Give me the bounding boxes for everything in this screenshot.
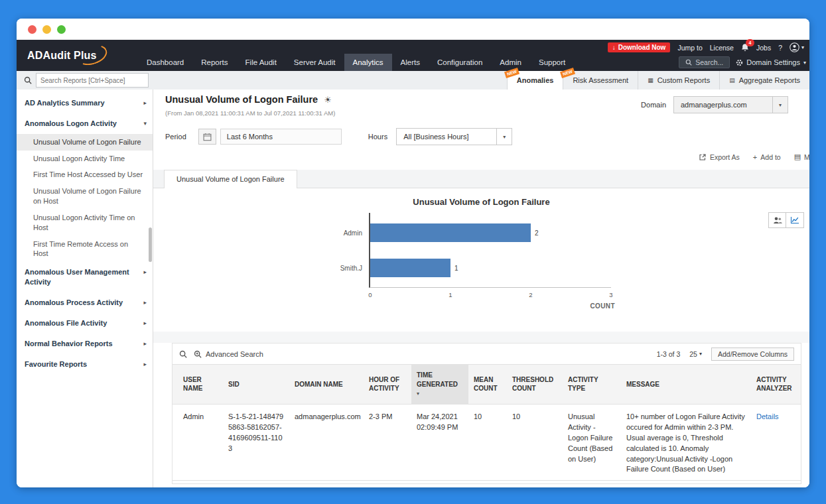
sidebar-item-unusual-logon-activity-time[interactable]: Unusual Logon Activity Time [17, 151, 153, 167]
notifications-button[interactable]: 4 [741, 43, 749, 52]
sidebar-item-normal-behavior-reports[interactable]: Normal Behavior Reports ▸ [17, 334, 153, 354]
nav-server-audit[interactable]: Server Audit [285, 54, 344, 71]
report-tab[interactable]: Unusual Volume of Logon Failure [164, 170, 297, 189]
domain-settings-button[interactable]: Domain Settings ▾ [736, 58, 806, 66]
nav-dashboard[interactable]: Dashboard [138, 54, 192, 71]
bar-row: Admin 2 [370, 223, 611, 242]
bar-admin [370, 223, 531, 242]
app-window: ADAudit Plus ↓ Download Now Jump to Lice… [17, 19, 809, 487]
sidebar-item-first-time-remote-access-on-host[interactable]: First Time Remote Access on Host [17, 236, 153, 263]
main-content: Unusual Volume of Logon Failure ☀ (From … [153, 90, 809, 487]
sidebar-item-anomalous-user-management-activity[interactable]: Anomalous User Management Activity ▸ [17, 262, 153, 292]
nav-analytics[interactable]: Analytics [344, 54, 392, 71]
column-header-hour-of-activity[interactable]: HOUR OF ACTIVITY [364, 365, 411, 405]
chart-view-users-button[interactable] [768, 212, 786, 228]
chart-view-trend-button[interactable] [786, 212, 804, 228]
notification-badge: 4 [746, 39, 754, 46]
sidebar-item-first-time-host-accessed-by-user[interactable]: First Time Host Accessed by User [17, 166, 153, 183]
plus-icon: + [753, 153, 757, 161]
column-header-domain-name[interactable]: DOMAIN NAME [289, 365, 364, 405]
feature-tabs: NEW Anomalies NEW Risk Assessment ▦ Cust… [507, 71, 809, 90]
x-axis-tick: 3 [609, 291, 612, 298]
search-icon [24, 76, 32, 84]
calendar-button[interactable] [198, 129, 216, 145]
more-button[interactable]: ▤ More [794, 153, 809, 161]
hours-select[interactable]: All [Business Hours] ▾ [396, 128, 512, 145]
cell-hour-of-activity: 2-3 PM [364, 404, 411, 481]
add-remove-columns-button[interactable]: Add/Remove Columns [711, 347, 794, 361]
search-icon [685, 59, 692, 66]
nav-configuration[interactable]: Configuration [429, 54, 491, 71]
filter-row: Period Hours All [Business Hours] ▾ [165, 128, 512, 145]
jump-to-link[interactable]: Jump to [677, 44, 702, 52]
logo-swoosh-decoration [74, 42, 109, 69]
column-header-mean-count[interactable]: MEAN COUNT [468, 365, 507, 405]
sidebar-item-ad-analytics-summary[interactable]: AD Analytics Summary ▸ [17, 93, 153, 113]
tab-aggregate-reports[interactable]: ▤ Aggregate Reports [719, 71, 809, 90]
sidebar-item-unusual-logon-activity-time-on-host[interactable]: Unusual Logon Activity Time on Host [17, 210, 153, 236]
add-to-button[interactable]: + Add to [753, 153, 781, 161]
cell-user-name: Admin [172, 404, 223, 481]
bar-category-label: Smith.J [340, 265, 362, 272]
user-icon [790, 42, 799, 52]
column-header-activity-analyzer[interactable]: ACTIVITY ANALYZER [751, 365, 801, 405]
domain-select[interactable]: admanagerplus.com ▾ [673, 96, 788, 113]
column-header-user-name[interactable]: USER NAME [172, 365, 223, 405]
export-as-button[interactable]: Export As [699, 153, 740, 161]
download-icon: ↓ [612, 44, 616, 51]
sidebar-item-unusual-volume-of-logon-failure[interactable]: Unusual Volume of Logon Failure [17, 134, 153, 151]
user-menu-button[interactable]: ▾ [790, 42, 804, 52]
global-search-button[interactable]: Search... [679, 56, 730, 68]
nav-alerts[interactable]: Alerts [392, 54, 429, 71]
line-chart-icon [790, 216, 799, 224]
gear-icon [736, 59, 743, 66]
tab-anomalies[interactable]: NEW Anomalies [507, 71, 563, 90]
nav-support[interactable]: Support [530, 54, 574, 71]
column-header-activity-type[interactable]: ACTIVITY TYPE [563, 365, 621, 405]
sidebar-scrollbar-thumb[interactable] [149, 227, 152, 262]
chart-card: Unusual Volume of Logon Failure Admin 2 [153, 188, 809, 332]
column-header-time-generated[interactable]: TIME GENERATED ▾ [411, 365, 468, 405]
column-search-icon[interactable] [179, 350, 187, 358]
maximize-window-button[interactable] [57, 25, 66, 34]
chevron-right-icon: ▸ [143, 298, 147, 306]
nav-file-audit[interactable]: File Audit [237, 54, 285, 71]
column-header-threshold-count[interactable]: THRESHOLD COUNT [507, 365, 563, 405]
sidebar-item-anomalous-file-activity[interactable]: Anomalous File Activity ▸ [17, 313, 153, 334]
bar-chart: Admin 2 Smith.J 1 0 1 2 3 COUNT [369, 213, 611, 288]
chevron-right-icon: ▸ [143, 99, 147, 107]
report-grid-icon: ▤ [729, 77, 735, 84]
sun-icon[interactable]: ☀ [324, 95, 332, 105]
nav-reports[interactable]: Reports [192, 54, 236, 71]
advanced-search-button[interactable]: Advanced Search [194, 350, 263, 358]
column-header-sid[interactable]: SID [223, 365, 289, 405]
tab-risk-assessment[interactable]: NEW Risk Assessment [563, 71, 638, 90]
x-axis-tick: 1 [448, 291, 452, 298]
report-date-range: (From Jan 08,2021 11:00:31 AM to Jul 07,… [165, 109, 335, 117]
report-tree: AD Analytics Summary ▸ Anomalous Logon A… [17, 90, 153, 374]
report-search-input[interactable] [36, 73, 149, 88]
x-axis-tick: 2 [529, 291, 532, 298]
details-link[interactable]: Details [756, 412, 779, 420]
sidebar-item-unusual-volume-of-logon-failure-on-host[interactable]: Unusual Volume of Logon Failure on Host [17, 183, 153, 210]
sidebar-item-anomalous-process-activity[interactable]: Anomalous Process Activity ▸ [17, 292, 153, 313]
cell-activity-analyzer: Details [751, 404, 801, 481]
nav-admin[interactable]: Admin [491, 54, 530, 71]
sort-desc-icon: ▾ [417, 391, 463, 398]
minimize-window-button[interactable] [42, 25, 51, 34]
license-link[interactable]: License [710, 44, 734, 52]
page-size-select[interactable]: 25 ▾ [689, 350, 702, 358]
nav-right-group: Search... Domain Settings ▾ [679, 54, 809, 71]
tab-custom-reports[interactable]: ▦ Custom Reports [638, 71, 719, 90]
jobs-link[interactable]: Jobs [756, 44, 771, 52]
bar-category-label: Admin [344, 229, 362, 237]
sidebar: AD Analytics Summary ▸ Anomalous Logon A… [17, 90, 153, 487]
help-link[interactable]: ? [778, 44, 782, 52]
sidebar-item-anomalous-logon-activity[interactable]: Anomalous Logon Activity ▾ [17, 113, 153, 134]
download-now-button[interactable]: ↓ Download Now [608, 42, 671, 52]
period-input[interactable] [220, 129, 342, 145]
close-window-button[interactable] [28, 25, 36, 34]
calendar-icon [203, 133, 212, 141]
column-header-message[interactable]: MESSAGE [621, 365, 751, 405]
sidebar-item-favourite-reports[interactable]: Favourite Reports ▸ [17, 354, 153, 375]
